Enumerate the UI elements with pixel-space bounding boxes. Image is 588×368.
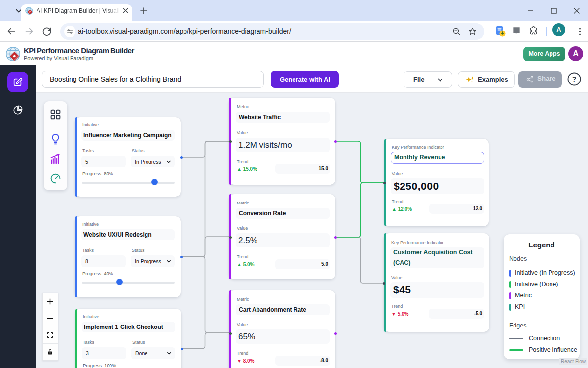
svg-text:?: ? — [572, 75, 577, 83]
